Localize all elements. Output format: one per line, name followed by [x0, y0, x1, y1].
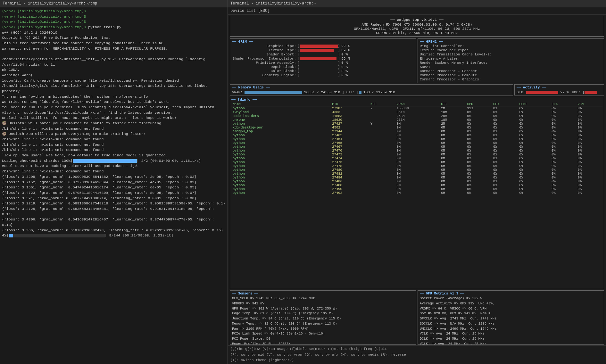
fdinfo-cell: 233M — [395, 118, 440, 122]
fdinfo-cell: 0M — [440, 156, 466, 160]
fdinfo-cell: 0% — [518, 183, 550, 187]
fdinfo-cell: 0M — [395, 191, 440, 195]
fdinfo-cell: 0% — [550, 106, 576, 111]
grbm-metric-1: Texture Pipe: [ ] 89 % — [232, 48, 414, 52]
fdinfo-cell: python — [231, 168, 331, 172]
fdinfo-row: python274860M0M0%0%0%0%0% — [231, 179, 602, 183]
terminal-line: nk CUDA. — [2, 67, 226, 73]
fdinfo-cell: 0% — [492, 106, 518, 111]
fdinfo-cell: 27470 — [331, 149, 369, 153]
fdinfo-row: python274720M0M0%0%0%0%0% — [231, 153, 602, 156]
grbm-bar-1 — [300, 49, 334, 52]
fdinfo-cell: python — [231, 153, 331, 156]
fdinfo-cell: 0% — [492, 137, 518, 141]
fdinfo-cell: 2M — [440, 106, 466, 111]
fdinfo-cell: 0% — [492, 141, 518, 145]
gtt-bar — [359, 91, 361, 94]
fdinfo-row: python274620M0M0%0%0%0%0% — [231, 133, 602, 137]
fdinfo-cell: 0M — [395, 183, 440, 187]
terminal-training-progress: 4%| | 9/244 [00:21<09:08, 2.33s/it] — [2, 233, 226, 238]
fdinfo-cell: python — [231, 141, 331, 145]
sensor-line: Fan => 2109 RPM ( 70%) (Max. 3000 RPM) — [232, 327, 414, 332]
left-terminal-body[interactable]: (venv) [initialxy@initialxy-arch tmp]$ (… — [0, 7, 228, 364]
fdinfo-cell: 0% — [577, 179, 603, 183]
grbm-metric-0: Graphics Pipe: [ ] 99 % — [232, 44, 414, 48]
fdinfo-row: python274670M0M0%0%0%0%0% — [231, 145, 602, 149]
fdinfo-cell: 0% — [492, 126, 518, 129]
grbm2-metric-6: Command Processor - Fetcher: — [420, 69, 602, 73]
grbm2-metric-3: Efficiency Arbiter: — [420, 57, 602, 61]
fdinfo-cell: 0% — [550, 126, 576, 129]
fdinfo-cell: python — [231, 164, 331, 168]
sensor-line: PCIe Link Speed => Gen4x16 (Gen1x16 - Ge… — [232, 331, 414, 336]
amdgpu-header: ── amdgpu top v0.10.1 ── AMD Radeon RX 7… — [230, 16, 604, 37]
grbm-bar-2 — [300, 53, 338, 56]
fdinfo-cell: 14883 — [331, 114, 369, 118]
fdinfo-cell: 0% — [466, 145, 492, 149]
fdinfo-cell: 0% — [518, 145, 550, 149]
sensor-line: GPU Power => 302 W (Average) (Cap. 303 W… — [232, 306, 414, 311]
fdinfo-row: chrome18630233M18M0%0%0%0%0% — [231, 118, 602, 122]
fdinfo-cell: 2M — [440, 122, 466, 126]
fdinfo-row: python274800M0M0%0%0%0%0% — [231, 168, 602, 172]
fdinfo-cell: 263M — [395, 114, 440, 118]
fdinfo-cell: 0% — [518, 118, 550, 122]
fdinfo-cell: 361M — [395, 110, 440, 114]
help-section: (g)rbm g(r)bm2 (v)ram_usage (f)dinfo se(… — [228, 345, 606, 364]
fdinfo-cell: 0% — [518, 129, 550, 133]
terminal-line: {'loss': 3.2219, 'grad_norm': 0.68913686… — [2, 201, 226, 206]
grbm2-metric-5: SDMA: — [420, 65, 602, 69]
fdinfo-cell: 0M — [395, 172, 440, 176]
fdinfo-cell: 0% — [550, 137, 576, 141]
fdinfo-cell: 0M — [440, 160, 466, 164]
terminal-line: /bin/sh: line 1: nvidia-smi: command not… — [2, 169, 226, 174]
gpu-metrics-box: ── GPU Metrics v1.3 ── Socket Power (Ave… — [418, 290, 604, 345]
fdinfo-cell: 0% — [550, 114, 576, 118]
fdinfo-cell — [369, 133, 395, 137]
sensor-line: VDDGFX => 942 mV — [232, 301, 414, 306]
right-terminal-panel[interactable]: Terminal - initialxy@initialxy-arch:~ De… — [228, 0, 606, 364]
gpu-metric-line: Average Activity => GFX 99%, UMC 48%, — [420, 301, 602, 306]
terminal-line: (venv) [initialxy@initialxy-arch tmp]$ — [2, 14, 226, 20]
sensor-line: Power Profile: 3D_FULL_SCREEN — [232, 342, 414, 345]
sensor-line: PCI Power State: D0 — [232, 336, 414, 342]
fdinfo-cell: 0% — [466, 153, 492, 156]
fdinfo-cell: 0% — [492, 114, 518, 118]
fdinfo-cell — [369, 153, 395, 156]
grbm-bar-4 — [300, 61, 338, 64]
fdinfo-cell — [369, 149, 395, 153]
fdinfo-cell: 0% — [518, 179, 550, 183]
fdinfo-row: python274880M0M0%0%0%0%0% — [231, 183, 602, 187]
grbm-metric-4: Primitive Assembly: [ ] 0 % — [232, 61, 414, 65]
fdinfo-cell: 0M — [395, 141, 440, 145]
fdinfo-cell: 27476 — [331, 160, 369, 164]
fdinfo-cell: 0% — [518, 156, 550, 160]
left-terminal-panel[interactable]: Terminal - initialxy@initialxy-arch:~/tm… — [0, 0, 228, 364]
help-line3: (T): switch theme (light/dark) — [230, 358, 603, 363]
col-gtt: GTT — [440, 102, 466, 106]
fdinfo-cell: 0% — [577, 160, 603, 164]
fdinfo-cell: 0% — [466, 149, 492, 153]
fdinfo-cell: 0% — [466, 133, 492, 137]
grbm-metric-6: Color Block: [ ] 0 % — [232, 69, 414, 73]
fdinfo-cell: 27344 — [331, 129, 369, 133]
fdinfo-cell: 0% — [492, 160, 518, 164]
fdinfo-cell: 0M — [395, 156, 440, 160]
fdinfo-cell: 0% — [550, 183, 576, 187]
fdinfo-cell: 0% — [492, 145, 518, 149]
memory-usage-box: ── Memory Usage ── VRAM: 16651 / 24560 M… — [230, 84, 513, 95]
col-pid: PID — [331, 102, 369, 106]
grbm-title: ── GRBM ── — [232, 40, 414, 44]
fdinfo-row: amdgpu_top273440M0M0%0%0%0%0% — [231, 129, 602, 133]
amdgpu-line2: GFX1100/Navi31, dGPU, GFX11, gfx1100, 96… — [233, 27, 601, 31]
terminal-line: /bin/sh: line 1: nvidia-smi: command not… — [2, 126, 226, 132]
fdinfo-cell: 0M — [395, 187, 440, 191]
col-cpu: CPU — [466, 102, 492, 106]
gpu-metric-line: DCLK => Avg. 24 MHz, Cur. 25 MHz — [420, 336, 602, 342]
fdinfo-cell: 0% — [577, 149, 603, 153]
fdinfo-row: python27427Y0M2M0%0%0%0%0% — [231, 122, 602, 126]
terminal-line: /bin/sh: line 1: nvidia-smi: command not… — [2, 142, 226, 148]
fdinfo-cell: 0% — [577, 141, 603, 145]
memory-usage-title: ── Memory Usage ── — [232, 86, 511, 89]
fdinfo-cell: 0% — [518, 137, 550, 141]
